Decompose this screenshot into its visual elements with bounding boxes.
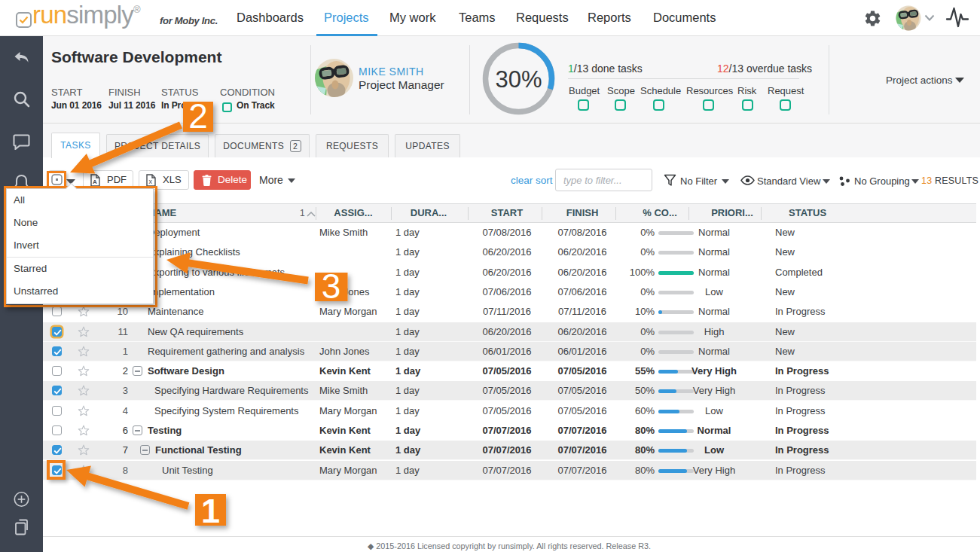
- svg-text:A: A: [93, 178, 97, 185]
- svg-text:x: x: [149, 178, 153, 185]
- svg-text:30%: 30%: [495, 66, 542, 93]
- svg-text:1: 1: [201, 492, 220, 530]
